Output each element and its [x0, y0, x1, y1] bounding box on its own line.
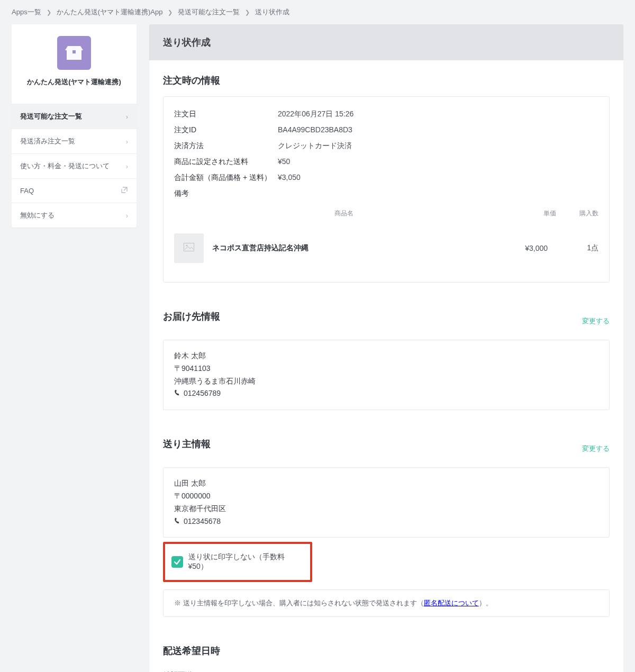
kv-value: クレジットカード決済	[278, 141, 352, 151]
product-row: ネコポス直営店持込記名沖縄 ¥3,000 1点	[174, 224, 598, 273]
phone-icon	[174, 515, 180, 528]
kv-value: 2022年06月27日 15:26	[278, 110, 353, 119]
svg-rect-2	[184, 243, 194, 251]
sidebar-item-shipped-orders[interactable]: 発送済み注文一覧 ›	[12, 129, 137, 153]
page-title: 送り状作成	[149, 24, 623, 60]
kv-key: 注文ID	[174, 125, 278, 135]
sender-name: 山田 太郎	[174, 477, 598, 490]
app-icon	[57, 36, 91, 70]
checkbox-checked[interactable]	[171, 556, 183, 568]
sidebar-item-disable[interactable]: 無効にする ›	[12, 203, 137, 228]
sender-address: 東京都千代田区	[174, 503, 598, 515]
sidebar-item-label: 無効にする	[20, 211, 55, 220]
kv-key: 決済方法	[174, 141, 278, 151]
delivery-section: お届け先情報 変更する 鈴木 太郎 〒9041103 沖縄県うるま市石川赤崎 0…	[149, 296, 623, 424]
sidebar-item-label: 使い方・料金・発送について	[20, 161, 110, 171]
section-heading: 注文時の情報	[163, 74, 610, 87]
chevron-right-icon: ›	[126, 113, 128, 121]
kv-row: 商品に設定された送料¥50	[174, 154, 598, 170]
sidebar-item-label: 発送可能な注文一覧	[20, 112, 82, 121]
breadcrumb-item[interactable]: 発送可能な注文一覧	[178, 7, 240, 17]
breadcrumb-item[interactable]: かんたん発送(ヤマト運輸連携)App	[57, 7, 163, 17]
chevron-right-icon: ❯	[47, 9, 51, 16]
sender-phone: 012345678	[184, 515, 221, 528]
kv-row: 注文IDBA4A99CBD23BA8D3	[174, 122, 598, 138]
kv-row: 注文日2022年06月27日 15:26	[174, 106, 598, 122]
product-header-name: 商品名	[174, 209, 514, 218]
external-link-icon	[121, 186, 128, 195]
order-info-card: 注文日2022年06月27日 15:26 注文IDBA4A99CBD23BA8D…	[163, 96, 610, 283]
delivery-name: 鈴木 太郎	[174, 350, 598, 362]
package-icon	[65, 45, 83, 61]
sender-note: ※ 送り主情報を印字しない場合、購入者には知らされない状態で発送されます（匿名配…	[163, 589, 610, 617]
section-heading: お届け先情報	[163, 310, 220, 323]
product-price: ¥3,000	[505, 244, 548, 252]
main-panel: 送り状作成 注文時の情報 注文日2022年06月27日 15:26 注文IDBA…	[149, 24, 623, 672]
sidebar: かんたん発送(ヤマト運輸連携) 発送可能な注文一覧 › 発送済み注文一覧 › 使…	[12, 24, 137, 228]
breadcrumb-current: 送り状作成	[255, 7, 289, 17]
kv-row: 備考	[174, 186, 598, 202]
note-text: ※ 送り主情報を印字しない場合、購入者には知らされない状態で発送されます（	[174, 599, 424, 607]
highlight-annotation: 送り状に印字しない（手数料 ¥50）	[163, 542, 312, 582]
product-header-price: 単価	[514, 209, 556, 218]
kv-row: 合計金額（商品価格 + 送料）¥3,050	[174, 170, 598, 186]
kv-row: 決済方法クレジットカード決済	[174, 138, 598, 154]
kv-value: ¥50	[278, 157, 290, 167]
sender-card: 山田 太郎 〒0000000 東京都千代田区 012345678	[163, 467, 610, 538]
schedule-section: 配送希望日時	[149, 631, 623, 671]
product-name: ネコポス直営店持込記名沖縄	[212, 243, 497, 253]
order-info-section: 注文時の情報 注文日2022年06月27日 15:26 注文IDBA4A99CB…	[149, 60, 623, 296]
product-header-qty: 購入数	[556, 209, 598, 218]
svg-rect-1	[72, 50, 76, 53]
kv-key: 合計金額（商品価格 + 送料）	[174, 173, 278, 183]
change-sender-link[interactable]: 変更する	[582, 444, 610, 453]
image-placeholder-icon	[184, 243, 194, 254]
section-heading: 配送希望日時	[163, 644, 610, 657]
delivery-address: 沖縄県うるま市石川赤崎	[174, 375, 598, 388]
product-qty: 1点	[556, 243, 598, 253]
kv-key: 注文日	[174, 110, 278, 119]
sidebar-item-label: 発送済み注文一覧	[20, 137, 75, 146]
sidebar-item-label: FAQ	[20, 187, 34, 195]
kv-key: 備考	[174, 189, 278, 198]
delivery-postal: 〒9041103	[174, 362, 598, 375]
breadcrumb-item[interactable]: Apps一覧	[12, 7, 41, 17]
sidebar-item-faq[interactable]: FAQ	[12, 178, 137, 203]
chevron-right-icon: ›	[126, 162, 128, 170]
sender-postal: 〒0000000	[174, 490, 598, 503]
product-header: 商品名 単価 購入数	[174, 202, 598, 224]
sidebar-item-help[interactable]: 使い方・料金・発送について ›	[12, 153, 137, 178]
sidebar-item-shippable-orders[interactable]: 発送可能な注文一覧 ›	[12, 104, 137, 129]
product-thumbnail	[174, 233, 204, 263]
sidebar-header: かんたん発送(ヤマト運輸連携)	[12, 24, 137, 104]
chevron-right-icon: ❯	[245, 9, 250, 16]
kv-value: BA4A99CBD23BA8D3	[278, 125, 352, 135]
section-heading: 送り主情報	[163, 438, 211, 450]
breadcrumb: Apps一覧 ❯ かんたん発送(ヤマト運輸連携)App ❯ 発送可能な注文一覧 …	[0, 0, 635, 24]
phone-icon	[174, 387, 180, 400]
svg-point-3	[186, 244, 188, 246]
chevron-right-icon: ›	[126, 212, 128, 220]
kv-value: ¥3,050	[278, 173, 301, 183]
checkbox-label: 送り状に印字しない（手数料 ¥50）	[188, 552, 304, 571]
chevron-right-icon: ›	[126, 138, 128, 146]
sender-section: 送り主情報 変更する 山田 太郎 〒0000000 東京都千代田区 012345…	[149, 424, 623, 631]
note-suffix: ）。	[479, 599, 493, 607]
chevron-right-icon: ❯	[168, 9, 173, 16]
app-title: かんたん発送(ヤマト運輸連携)	[12, 70, 137, 96]
anonymous-shipping-link[interactable]: 匿名配送について	[424, 599, 479, 607]
hide-sender-checkbox-row[interactable]: 送り状に印字しない（手数料 ¥50）	[169, 547, 306, 577]
kv-key: 商品に設定された送料	[174, 157, 278, 167]
change-delivery-link[interactable]: 変更する	[582, 316, 610, 326]
delivery-card: 鈴木 太郎 〒9041103 沖縄県うるま市石川赤崎 012456789	[163, 340, 610, 410]
delivery-phone: 012456789	[184, 387, 221, 400]
